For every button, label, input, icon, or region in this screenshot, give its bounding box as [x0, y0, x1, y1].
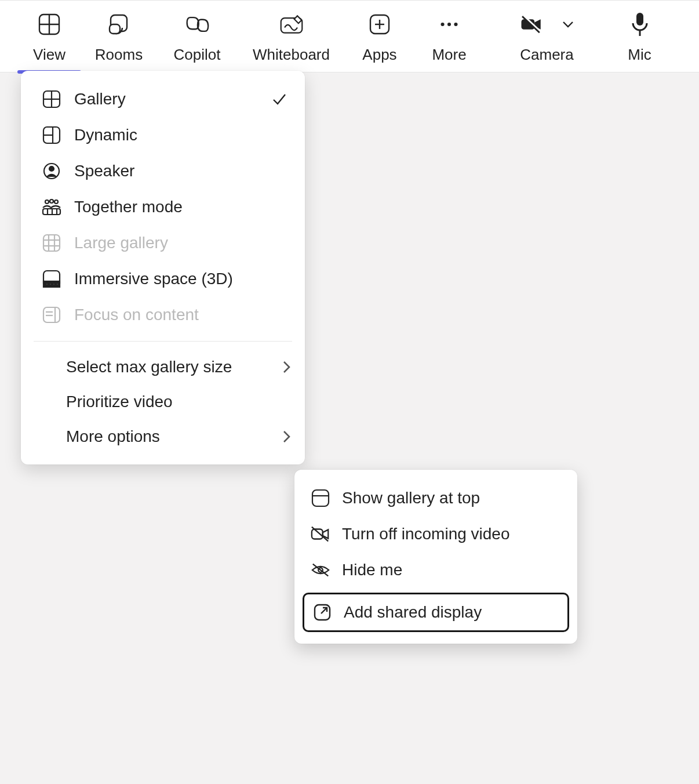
menu-item-together[interactable]: Together mode	[21, 189, 305, 225]
speaker-icon	[42, 161, 61, 181]
menu-label: Select max gallery size	[66, 358, 232, 376]
popout-icon	[312, 602, 332, 622]
chevron-down-icon[interactable]	[561, 17, 575, 31]
svg-point-25	[45, 200, 49, 204]
grid-icon	[37, 12, 61, 37]
svg-point-42	[57, 284, 59, 285]
svg-point-41	[53, 284, 55, 285]
view-button[interactable]: View	[17, 1, 81, 72]
camera-label: Camera	[520, 46, 573, 64]
menu-item-speaker[interactable]: Speaker	[21, 153, 305, 189]
apps-label: Apps	[362, 46, 396, 64]
submenu-label: Show gallery at top	[342, 489, 480, 507]
camera-off-icon	[519, 12, 544, 37]
menu-label: Speaker	[74, 162, 134, 180]
more-label: More	[432, 46, 466, 64]
menu-item-select-max[interactable]: Select max gallery size	[21, 350, 305, 384]
submenu-item-turn-off-video[interactable]: Turn off incoming video	[294, 516, 577, 552]
menu-label: Large gallery	[74, 234, 168, 252]
menu-label: More options	[66, 427, 160, 446]
svg-point-39	[46, 284, 48, 285]
meeting-toolbar: View Rooms Copilot Whit	[0, 0, 699, 72]
menu-item-prioritize-video[interactable]: Prioritize video	[21, 384, 305, 419]
menu-label: Dynamic	[74, 126, 137, 144]
menu-label: Together mode	[74, 198, 183, 216]
svg-rect-32	[43, 235, 60, 251]
svg-point-10	[447, 23, 451, 26]
submenu-label: Hide me	[342, 561, 402, 579]
video-off-icon	[311, 524, 330, 544]
rooms-icon	[107, 12, 131, 37]
menu-item-immersive[interactable]: Immersive space (3D)	[21, 261, 305, 297]
dynamic-icon	[42, 125, 61, 145]
svg-point-9	[440, 23, 444, 26]
mic-icon	[628, 12, 652, 37]
menu-item-gallery[interactable]: Gallery	[21, 81, 305, 117]
menu-item-focus-content: Focus on content	[21, 297, 305, 333]
view-menu: Gallery Dynamic Speaker	[21, 71, 305, 464]
chevron-right-icon	[281, 360, 292, 375]
immersive-icon	[42, 269, 61, 289]
menu-item-large-gallery: Large gallery	[21, 225, 305, 261]
view-label: View	[33, 46, 65, 64]
apps-icon	[367, 12, 392, 37]
whiteboard-label: Whiteboard	[253, 46, 330, 64]
svg-point-40	[50, 284, 52, 285]
chevron-right-icon	[281, 429, 292, 444]
mic-button[interactable]: Mic	[598, 1, 682, 72]
apps-button[interactable]: Apps	[345, 1, 414, 72]
rooms-button[interactable]: Rooms	[81, 1, 156, 72]
copilot-button[interactable]: Copilot	[156, 1, 238, 72]
mic-label: Mic	[628, 46, 651, 64]
menu-label: Immersive space (3D)	[74, 270, 233, 288]
svg-point-26	[50, 199, 53, 203]
svg-point-24	[49, 166, 54, 171]
svg-rect-4	[110, 24, 120, 34]
svg-rect-49	[312, 529, 323, 539]
menu-label: Focus on content	[74, 306, 199, 324]
submenu-label: Add shared display	[344, 603, 482, 622]
submenu-item-add-shared-display[interactable]: Add shared display	[303, 593, 569, 632]
whiteboard-icon	[279, 12, 304, 37]
gallery-icon	[42, 89, 61, 109]
copilot-icon	[185, 12, 209, 37]
menu-label: Prioritize video	[66, 393, 173, 411]
together-icon	[42, 197, 61, 217]
more-options-submenu: Show gallery at top Turn off incoming vi…	[294, 470, 577, 644]
submenu-item-hide-me[interactable]: Hide me	[294, 552, 577, 588]
menu-separator	[34, 341, 292, 342]
svg-rect-15	[636, 13, 643, 26]
svg-point-11	[454, 23, 457, 26]
gallery-top-icon	[311, 488, 330, 508]
camera-button[interactable]: Camera	[496, 1, 598, 72]
svg-rect-47	[312, 490, 329, 506]
menu-label: Gallery	[74, 90, 126, 108]
check-icon	[271, 91, 287, 107]
rooms-label: Rooms	[95, 46, 143, 64]
focus-content-icon	[42, 305, 61, 325]
large-gallery-icon	[42, 233, 61, 253]
copilot-label: Copilot	[174, 46, 221, 64]
eye-off-icon	[311, 560, 330, 580]
submenu-label: Turn off incoming video	[342, 525, 510, 543]
ellipsis-icon	[437, 12, 461, 37]
menu-item-dynamic[interactable]: Dynamic	[21, 117, 305, 153]
whiteboard-button[interactable]: Whiteboard	[238, 1, 345, 72]
more-button[interactable]: More	[414, 1, 484, 72]
svg-point-27	[54, 200, 58, 204]
menu-item-more-options[interactable]: More options	[21, 419, 305, 454]
submenu-item-show-top[interactable]: Show gallery at top	[294, 480, 577, 516]
